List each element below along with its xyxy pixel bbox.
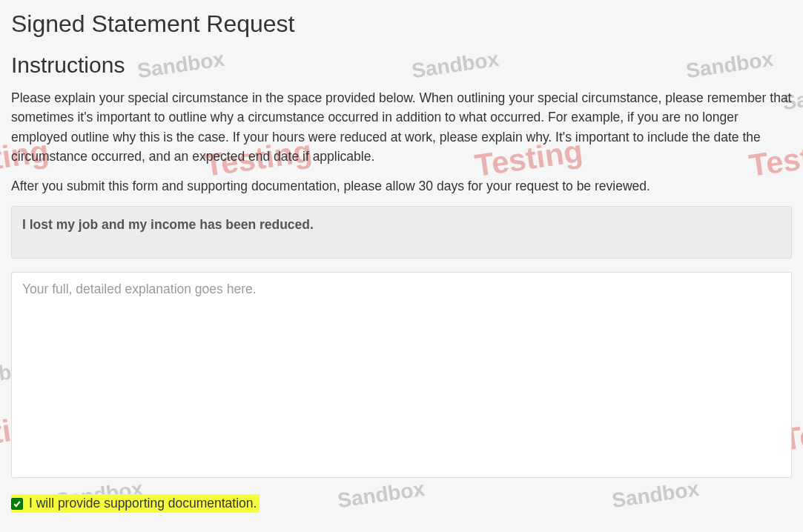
supporting-docs-checkbox[interactable] [11,498,23,510]
instructions-heading: Instructions [11,53,792,78]
instructions-paragraph-2: After you submit this form and supportin… [11,176,792,196]
supporting-docs-row: I will provide supporting documentation. [11,494,792,513]
circumstance-summary-box: I lost my job and my income has been red… [11,206,792,259]
checkmark-icon [13,499,22,508]
instructions-paragraph-1: Please explain your special circumstance… [11,88,792,166]
explanation-textarea[interactable] [11,272,792,478]
supporting-docs-label: I will provide supporting documentation. [29,496,257,511]
page-title: Signed Statement Request [11,10,792,38]
